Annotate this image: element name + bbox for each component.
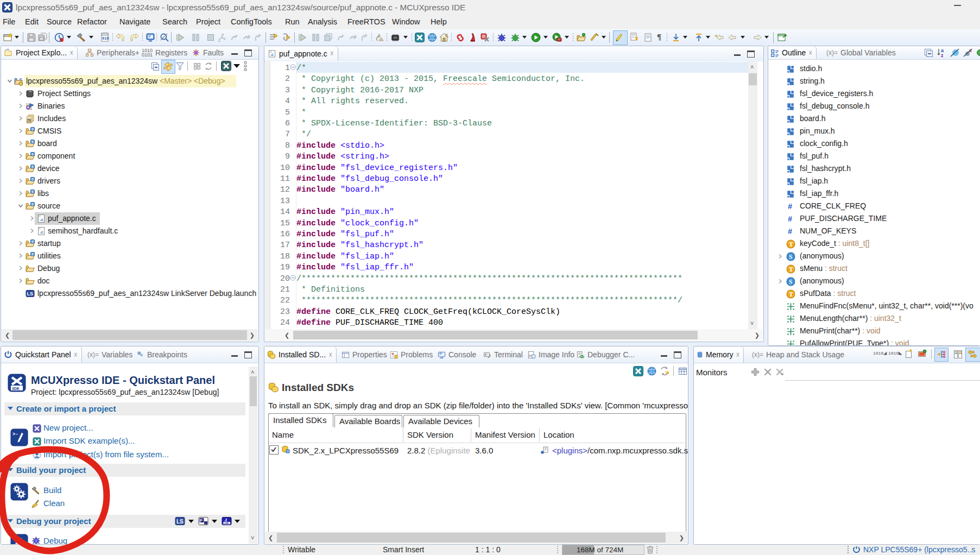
svg-text:#: # <box>788 215 792 223</box>
svg-text:.c: .c <box>40 230 43 235</box>
svg-text:c: c <box>31 165 34 168</box>
svg-text:>-: >- <box>12 432 18 437</box>
svg-text:010: 010 <box>102 36 109 41</box>
svg-text:IDE: IDE <box>12 386 20 391</box>
svg-text:S: S <box>789 279 793 286</box>
svg-text:#: # <box>788 227 792 236</box>
svg-text:c: c <box>31 190 34 193</box>
svg-text:z: z <box>941 53 944 58</box>
svg-text:LS: LS <box>27 291 34 297</box>
svg-text:S: S <box>789 254 793 261</box>
svg-text:c: c <box>31 140 34 143</box>
svg-text:T: T <box>789 291 793 298</box>
svg-text:c: c <box>31 152 34 156</box>
svg-text:Link: Link <box>224 522 229 525</box>
svg-text:c: c <box>31 252 34 256</box>
svg-text:.c: .c <box>40 217 43 222</box>
svg-text:#: # <box>788 202 792 211</box>
svg-text:h: h <box>28 118 30 122</box>
svg-text:P: P <box>200 519 203 522</box>
svg-text:c: c <box>20 77 22 81</box>
svg-text:c: c <box>31 202 34 206</box>
svg-text:LS: LS <box>176 519 184 525</box>
svg-text:.c: .c <box>270 52 274 57</box>
svg-text:c: c <box>31 239 34 243</box>
svg-text:c: c <box>31 177 34 181</box>
svg-text:c: c <box>31 127 34 131</box>
svg-text:T: T <box>789 241 793 248</box>
svg-text:T: T <box>789 266 793 273</box>
